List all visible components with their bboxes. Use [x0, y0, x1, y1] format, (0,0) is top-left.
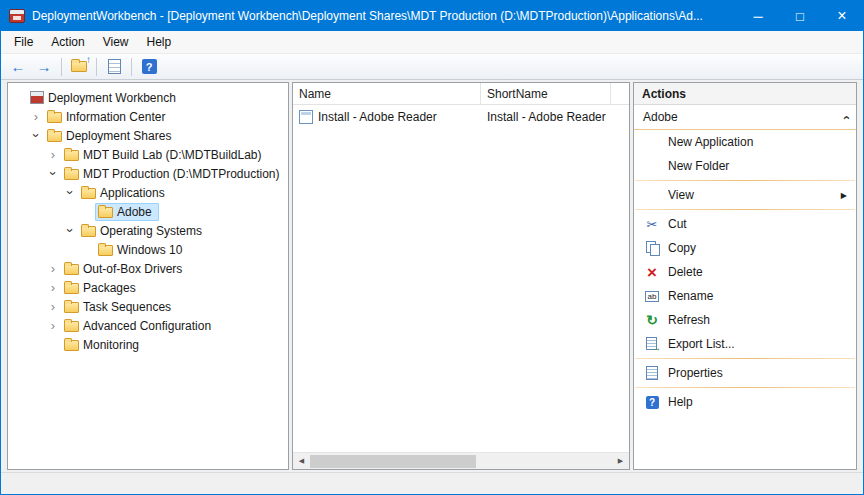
action-new-application[interactable]: New Application: [634, 130, 856, 154]
list-cell-name: Install - Adobe Reader: [293, 110, 481, 124]
scroll-right-icon[interactable]: [612, 453, 629, 470]
export-list-icon: [108, 59, 121, 74]
help-icon: [644, 394, 660, 410]
tree-node[interactable]: MDT Production (D:\MDTProduction): [61, 165, 287, 183]
tree-item-adobe[interactable]: Adobe: [8, 202, 288, 221]
toolbar-separator: [131, 58, 132, 76]
minimize-button[interactable]: ─: [737, 1, 779, 31]
tree-item-mdt-build-lab-d-mdtbuildlab[interactable]: ›MDT Build Lab (D:\MDTBuildLab): [8, 145, 288, 164]
action-new-folder[interactable]: New Folder: [634, 154, 856, 178]
rename-icon: [644, 288, 660, 304]
folder-icon: [81, 188, 96, 199]
window-title: DeploymentWorkbench - [Deployment Workbe…: [32, 9, 730, 23]
actions-group-header[interactable]: Adobe ›: [634, 105, 856, 130]
chevron-down-icon[interactable]: ›: [64, 185, 77, 201]
tree-node[interactable]: Out-of-Box Drivers: [61, 260, 189, 278]
action-properties[interactable]: Properties: [634, 361, 856, 385]
tree-node[interactable]: Task Sequences: [61, 298, 178, 316]
list-row-install-adobe-reader[interactable]: Install - Adobe ReaderInstall - Adobe Re…: [293, 107, 629, 127]
tree-item-label: Task Sequences: [83, 300, 173, 314]
separator: [635, 209, 855, 210]
up-one-level-icon: [71, 61, 87, 72]
results-pane: Name ShortName Install - Adobe ReaderIns…: [292, 82, 630, 470]
scroll-left-icon[interactable]: [293, 453, 310, 470]
back-button[interactable]: ←: [6, 56, 30, 78]
tree-node[interactable]: MDT Build Lab (D:\MDTBuildLab): [61, 146, 269, 164]
tree-item-label: Packages: [83, 281, 138, 295]
column-header-shortname[interactable]: ShortName: [481, 83, 611, 104]
chevron-right-icon[interactable]: ›: [45, 148, 61, 161]
action-label: Refresh: [668, 313, 848, 327]
close-button[interactable]: ×: [821, 1, 863, 31]
tree-item-deployment-shares[interactable]: ›Deployment Shares: [8, 126, 288, 145]
chevron-down-icon[interactable]: ›: [64, 223, 77, 239]
menu-help[interactable]: Help: [138, 32, 181, 52]
collapse-chevron-up-icon[interactable]: ›: [838, 115, 851, 119]
tree-node[interactable]: Packages: [61, 279, 143, 297]
horizontal-scrollbar[interactable]: [293, 452, 629, 469]
scrollbar-thumb[interactable]: [310, 455, 476, 468]
tree-node[interactable]: Applications: [78, 184, 172, 202]
chevron-right-icon[interactable]: ›: [45, 300, 61, 313]
chevron-right-icon[interactable]: ›: [45, 319, 61, 332]
forward-button[interactable]: →: [32, 56, 56, 78]
tree-node[interactable]: Information Center: [44, 108, 172, 126]
tree-node[interactable]: Advanced Configuration: [61, 317, 218, 335]
tree-item-deployment-workbench[interactable]: Deployment Workbench: [8, 88, 288, 107]
tree-item-applications[interactable]: ›Applications: [8, 183, 288, 202]
chevron-right-icon[interactable]: ›: [45, 281, 61, 294]
action-label: Export List...: [668, 337, 848, 351]
folder-icon: [64, 169, 79, 180]
maximize-button[interactable]: □: [779, 1, 821, 31]
tree-item-operating-systems[interactable]: ›Operating Systems: [8, 221, 288, 240]
tree-item-packages[interactable]: ›Packages: [8, 278, 288, 297]
window-controls: ─ □ ×: [737, 1, 863, 31]
export-list-button[interactable]: [102, 56, 126, 78]
chevron-down-icon[interactable]: ›: [30, 128, 43, 144]
tree-node[interactable]: Operating Systems: [78, 222, 209, 240]
action-refresh[interactable]: Refresh: [634, 308, 856, 332]
tree-item-label: Advanced Configuration: [83, 319, 213, 333]
tree-node[interactable]: Windows 10: [95, 241, 189, 259]
chevron-right-icon[interactable]: ›: [28, 110, 44, 123]
tree-node[interactable]: Deployment Workbench: [27, 89, 183, 107]
help-button[interactable]: ?: [137, 56, 161, 78]
export-list-icon: [644, 336, 660, 352]
action-export-list[interactable]: Export List...: [634, 332, 856, 356]
menu-bar: File Action View Help: [1, 31, 863, 53]
tree-node[interactable]: Adobe: [95, 203, 159, 221]
list-cell-shortname: Install - Adobe Reader: [481, 110, 629, 124]
tree-node[interactable]: Deployment Shares: [44, 127, 178, 145]
tree-item-mdt-production-d-mdtproduction[interactable]: ›MDT Production (D:\MDTProduction): [8, 164, 288, 183]
chevron-down-icon[interactable]: ›: [47, 166, 60, 182]
action-delete[interactable]: Delete: [634, 260, 856, 284]
action-view[interactable]: View▶: [634, 183, 856, 207]
tree-node[interactable]: Monitoring: [61, 336, 146, 354]
menu-view[interactable]: View: [94, 32, 138, 52]
app-window: DeploymentWorkbench - [Deployment Workbe…: [0, 0, 864, 495]
tree-item-advanced-configuration[interactable]: ›Advanced Configuration: [8, 316, 288, 335]
menu-action[interactable]: Action: [42, 32, 93, 52]
application-icon: [299, 110, 313, 124]
chevron-right-icon[interactable]: ›: [45, 262, 61, 275]
tree-item-windows-10[interactable]: Windows 10: [8, 240, 288, 259]
tree-item-monitoring[interactable]: Monitoring: [8, 335, 288, 354]
up-one-level-button[interactable]: [67, 56, 91, 78]
action-rename[interactable]: Rename: [634, 284, 856, 308]
column-header-name[interactable]: Name: [293, 83, 481, 104]
tree-item-label: Deployment Shares: [66, 129, 173, 143]
tree-item-out-of-box-drivers[interactable]: ›Out-of-Box Drivers: [8, 259, 288, 278]
tree-item-task-sequences[interactable]: ›Task Sequences: [8, 297, 288, 316]
action-help[interactable]: Help: [634, 390, 856, 414]
folder-icon: [47, 112, 62, 123]
actions-group-label: Adobe: [643, 110, 843, 124]
tree-item-information-center[interactable]: ›Information Center: [8, 107, 288, 126]
scrollbar-track[interactable]: [310, 453, 612, 470]
forward-arrow-icon: →: [37, 59, 52, 74]
list-header: Name ShortName: [293, 83, 629, 105]
action-copy[interactable]: Copy: [634, 236, 856, 260]
folder-icon: [64, 150, 79, 161]
menu-file[interactable]: File: [5, 32, 42, 52]
folder-icon: [81, 226, 96, 237]
action-cut[interactable]: Cut: [634, 212, 856, 236]
